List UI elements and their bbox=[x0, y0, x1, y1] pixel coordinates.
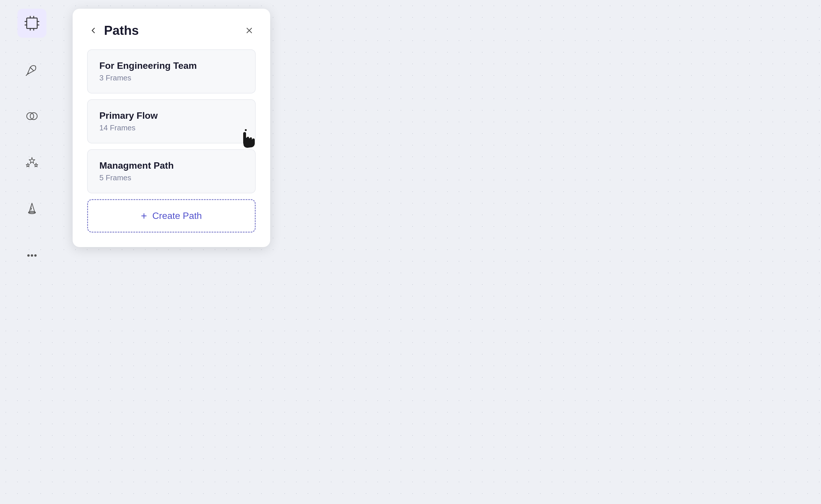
path-primary-subtitle: 14 Frames bbox=[99, 123, 243, 132]
close-button[interactable] bbox=[243, 24, 256, 37]
plus-icon: + bbox=[141, 211, 147, 221]
path-engineering-title: For Engineering Team bbox=[99, 60, 243, 71]
sidebar-item-magic[interactable] bbox=[17, 195, 46, 224]
path-card-management[interactable]: Managment Path 5 Frames bbox=[87, 149, 256, 193]
path-management-title: Managment Path bbox=[99, 160, 243, 171]
svg-point-13 bbox=[27, 254, 30, 257]
sidebar-item-stars[interactable] bbox=[17, 148, 46, 177]
back-button[interactable] bbox=[87, 24, 99, 37]
svg-point-15 bbox=[34, 254, 37, 257]
path-management-subtitle: 5 Frames bbox=[99, 173, 243, 182]
path-engineering-subtitle: 3 Frames bbox=[99, 73, 243, 82]
sidebar bbox=[0, 0, 64, 504]
sidebar-item-pen[interactable] bbox=[17, 55, 46, 84]
svg-rect-0 bbox=[27, 18, 37, 28]
sidebar-item-more[interactable] bbox=[17, 241, 46, 270]
create-path-button[interactable]: + Create Path bbox=[87, 199, 256, 233]
path-card-engineering[interactable]: For Engineering Team 3 Frames bbox=[87, 49, 256, 93]
panel-header: Paths bbox=[87, 23, 256, 38]
sidebar-item-frame[interactable] bbox=[17, 9, 46, 38]
svg-point-14 bbox=[31, 254, 33, 257]
paths-panel: Paths For Engineering Team 3 Frames Prim… bbox=[73, 9, 270, 247]
path-card-primary[interactable]: Primary Flow 14 Frames bbox=[87, 99, 256, 143]
panel-title: Paths bbox=[104, 23, 139, 38]
sidebar-item-boolean[interactable] bbox=[17, 102, 46, 131]
create-path-label: Create Path bbox=[152, 210, 202, 221]
svg-point-16 bbox=[245, 129, 247, 131]
path-primary-title: Primary Flow bbox=[99, 110, 243, 121]
panel-header-left: Paths bbox=[87, 23, 139, 38]
